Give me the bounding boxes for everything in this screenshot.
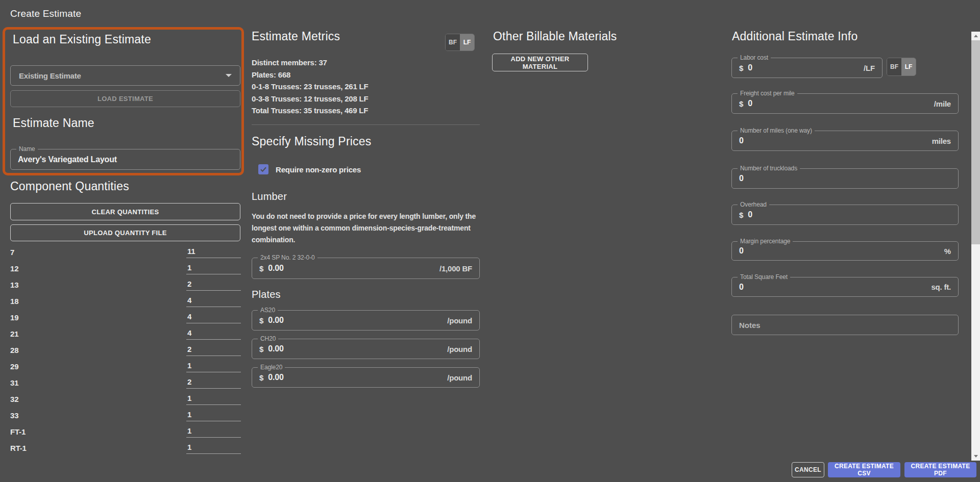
- metric-line: Plates: 668: [252, 69, 369, 81]
- freight-cost-value: 0: [748, 99, 752, 108]
- plate-eagle20-unit: /pound: [447, 373, 472, 382]
- quantity-row: RT-1 1: [10, 440, 241, 456]
- component-id-label: 21: [10, 329, 18, 338]
- quantity-input[interactable]: 1: [186, 360, 241, 372]
- dollar-prefix: $: [259, 264, 263, 273]
- plate-ch20-price-field[interactable]: CH20 $ 0.00 /pound: [252, 339, 480, 359]
- page-title: Create Estimate: [10, 8, 81, 19]
- quantity-input[interactable]: 4: [186, 295, 241, 307]
- plate-eagle20-price-field[interactable]: Eagle20 $ 0.00 /pound: [252, 367, 480, 388]
- clear-quantities-button[interactable]: CLEAR QUANTITIES: [10, 203, 240, 220]
- margin-percentage-value: 0: [739, 246, 744, 256]
- component-id-label: 19: [10, 313, 18, 322]
- freight-cost-field[interactable]: Freight cost per mile $ 0 /mile: [731, 93, 959, 114]
- component-id-label: 18: [10, 297, 18, 306]
- lumber-price-value: 0.00: [268, 264, 283, 273]
- overhead-field[interactable]: Overhead $ 0: [731, 205, 959, 225]
- quantity-input[interactable]: 2: [186, 376, 241, 389]
- component-quantities-list: 7 11 12 1 13 2 18 4 19 4: [10, 244, 241, 456]
- quantity-input[interactable]: 1: [186, 409, 241, 421]
- margin-percentage-unit: %: [944, 247, 951, 256]
- truckloads-field[interactable]: Number of truckloads 0: [731, 168, 959, 189]
- quantity-row: 19 4: [10, 309, 241, 325]
- quantity-input[interactable]: 1: [186, 425, 241, 438]
- metrics-lf-toggle-button[interactable]: LF: [460, 34, 474, 50]
- miles-unit: miles: [932, 137, 951, 145]
- upload-quantity-file-button[interactable]: UPLOAD QUANTITY FILE: [10, 224, 240, 241]
- quantity-input[interactable]: 2: [186, 344, 241, 356]
- dollar-prefix: $: [739, 99, 743, 108]
- load-estimate-button[interactable]: LOAD ESTIMATE: [10, 90, 240, 107]
- plate-as20-price-field[interactable]: AS20 $ 0.00 /pound: [252, 310, 480, 331]
- create-estimate-csv-button[interactable]: CREATE ESTIMATE CSV: [828, 462, 900, 477]
- quantity-row: 18 4: [10, 293, 241, 309]
- labor-cost-value: 0: [748, 63, 752, 72]
- labor-unit-toggle: BF LF: [887, 58, 916, 76]
- require-nonzero-prices-checkbox[interactable]: [258, 164, 268, 174]
- create-estimate-dialog: Create Estimate Load an Existing Estimat…: [0, 0, 980, 482]
- estimate-metrics-lines: Distinct members: 37 Plates: 668 0-1-8 T…: [252, 57, 369, 117]
- labor-cost-unit: /LF: [864, 64, 875, 72]
- existing-estimate-select[interactable]: Existing Estimate: [10, 65, 240, 86]
- total-square-feet-field[interactable]: Total Square Feet 0 sq. ft.: [731, 277, 959, 297]
- lumber-note: You do not need to provide a price for e…: [252, 211, 482, 246]
- create-estimate-pdf-button[interactable]: CREATE ESTIMATE PDF: [904, 462, 976, 477]
- scrollbar-thumb[interactable]: [971, 40, 980, 244]
- quantity-input[interactable]: 1: [186, 262, 241, 274]
- estimate-name-field[interactable]: Name Avery's Variegated Layout: [10, 149, 240, 170]
- dollar-prefix: $: [739, 211, 743, 219]
- quantity-input[interactable]: 4: [186, 327, 241, 340]
- dollar-prefix: $: [739, 64, 743, 72]
- quantity-input[interactable]: 1: [186, 393, 241, 405]
- scrollbar-up-arrow[interactable]: [971, 32, 980, 40]
- estimate-name-value: Avery's Variegated Layout: [18, 155, 117, 164]
- estimate-name-field-label: Name: [16, 145, 38, 153]
- component-quantities-heading: Component Quantities: [10, 180, 129, 193]
- margin-percentage-label: Margin percentage: [738, 238, 793, 245]
- quantity-row: 12 1: [10, 260, 241, 276]
- triangle-down-icon: [974, 455, 978, 458]
- quantity-row: 28 2: [10, 342, 241, 358]
- quantity-input[interactable]: 4: [186, 311, 241, 323]
- lumber-price-field[interactable]: 2x4 SP No. 2 32-0-0 $ 0.00 /1,000 BF: [252, 258, 480, 279]
- vertical-scrollbar[interactable]: [971, 32, 980, 461]
- other-billable-materials-heading: Other Billable Materials: [493, 30, 617, 43]
- lumber-price-unit: /1,000 BF: [439, 264, 472, 273]
- plates-heading: Plates: [252, 289, 281, 300]
- add-new-other-material-button[interactable]: ADD NEW OTHER MATERIAL: [492, 54, 588, 71]
- existing-estimate-select-label: Existing Estimate: [19, 71, 81, 80]
- quantity-input[interactable]: 1: [186, 442, 241, 454]
- plate-as20-value: 0.00: [268, 316, 283, 325]
- margin-percentage-field[interactable]: Margin percentage 0 %: [731, 241, 959, 261]
- metrics-unit-toggle: BF LF: [445, 34, 475, 51]
- require-nonzero-prices-label[interactable]: Require non-zero prices: [276, 165, 361, 174]
- labor-lf-toggle-button[interactable]: LF: [901, 58, 916, 75]
- metric-line: 0-3-8 Trusses: 12 trusses, 208 LF: [252, 93, 369, 105]
- metric-line: Total Trusses: 35 trusses, 469 LF: [252, 105, 369, 117]
- metrics-divider: [252, 124, 480, 125]
- overhead-value: 0: [748, 210, 752, 219]
- component-id-label: 31: [10, 378, 18, 387]
- cancel-button[interactable]: CANCEL: [792, 462, 824, 477]
- quantity-row: 31 2: [10, 374, 241, 391]
- quantity-input[interactable]: 11: [186, 246, 241, 258]
- component-id-label: 7: [10, 248, 14, 257]
- quantity-row: 13 2: [10, 276, 241, 293]
- plate-as20-unit: /pound: [447, 316, 472, 325]
- miles-label: Number of miles (one way): [738, 127, 815, 134]
- specify-missing-prices-heading: Specify Missing Prices: [252, 135, 371, 148]
- labor-cost-field[interactable]: Labor cost $ 0 /LF: [731, 58, 883, 78]
- miles-field[interactable]: Number of miles (one way) 0 miles: [731, 131, 959, 151]
- component-id-label: 12: [10, 264, 18, 273]
- labor-bf-toggle-button[interactable]: BF: [887, 58, 901, 75]
- notes-field[interactable]: Notes: [731, 315, 959, 335]
- component-id-label: 28: [10, 346, 18, 354]
- component-id-label: 13: [10, 281, 18, 289]
- truckloads-value: 0: [739, 174, 744, 183]
- quantity-row: 21 4: [10, 325, 241, 342]
- quantity-row: 7 11: [10, 244, 241, 260]
- metrics-bf-toggle-button[interactable]: BF: [446, 34, 460, 50]
- scrollbar-down-arrow[interactable]: [971, 452, 980, 461]
- quantity-input[interactable]: 2: [186, 278, 241, 291]
- plate-ch20-unit: /pound: [447, 345, 472, 353]
